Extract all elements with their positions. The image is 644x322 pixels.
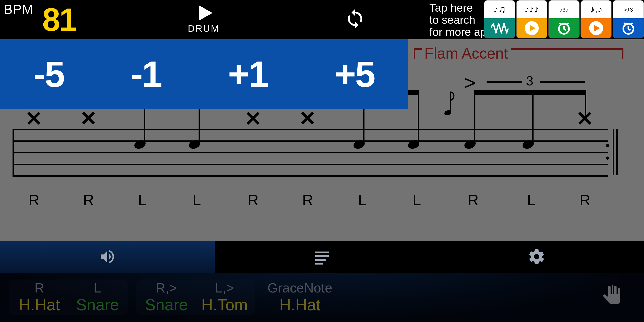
play-icon [188, 3, 220, 25]
app-icon-3[interactable]: ♪3♪ [548, 0, 580, 38]
chip-hand: L,> [197, 280, 252, 296]
x-notehead-icon: ✕ [80, 107, 97, 130]
chip-hand: R,> [139, 280, 194, 296]
music-notes-icon: ♪♪♪ [516, 0, 547, 18]
app-icon-5[interactable]: >♪3 [613, 0, 644, 38]
waveform-icon [484, 18, 515, 38]
sticking: R [20, 192, 48, 209]
tab-list[interactable] [215, 240, 429, 273]
chip-instrument: H.Tom [197, 296, 252, 314]
chip-hand: L [70, 280, 125, 296]
music-notes-icon: >♪3 [613, 0, 644, 18]
bpm-adjust-panel: -5 -1 +1 +5 [0, 39, 408, 109]
app-icon-1[interactable]: ♪♫ [484, 0, 515, 38]
tab-bar [0, 240, 644, 273]
list-icon [313, 248, 331, 266]
speaker-icon [98, 248, 116, 266]
tuplet-number: 3 [526, 73, 533, 88]
sticking: L [183, 192, 210, 209]
bpm-plus-1-button[interactable]: +1 [228, 53, 268, 95]
sticking: R [572, 192, 598, 209]
chip-r-hhat[interactable]: R H.Hat [12, 280, 67, 314]
x-notehead-icon: ✕ [299, 107, 316, 130]
loop-button[interactable] [344, 8, 366, 31]
grace-note [444, 110, 451, 116]
x-notehead-icon: ✕ [25, 107, 43, 130]
tab-sound[interactable] [0, 240, 215, 273]
sticking: L [518, 192, 545, 209]
gear-icon [528, 248, 546, 266]
accent-mark: > [464, 72, 476, 94]
bpm-value[interactable]: 81 [42, 1, 76, 38]
chip-instrument: H.Hat [268, 296, 332, 314]
x-notehead-icon: ✕ [244, 107, 262, 130]
sticking: R [294, 192, 321, 209]
play-label: DRUM [188, 23, 220, 34]
chip-r-accent-snare[interactable]: R,> Snare [139, 280, 194, 314]
tab-settings[interactable] [429, 240, 644, 273]
chip-hand: R [12, 280, 67, 296]
hand-button[interactable] [598, 282, 626, 312]
sticking: L [404, 192, 430, 209]
clock-icon [613, 18, 644, 38]
chip-gracenote[interactable]: GraceNote H.Hat [268, 280, 332, 314]
rudiment-title-text: Flam Accent [424, 45, 508, 62]
bpm-label: BPM [4, 2, 33, 17]
bpm-plus-5-button[interactable]: +5 [334, 53, 374, 95]
chip-instrument: H.Hat [12, 296, 67, 314]
chip-l-accent-htom[interactable]: L,> H.Tom [197, 280, 252, 314]
sticking: L [349, 192, 376, 209]
sticking: L [129, 192, 156, 209]
sticking: R [460, 192, 486, 209]
app-icon-4[interactable]: ♪.♪ [580, 0, 612, 38]
play-circle-icon [581, 18, 611, 38]
play-button[interactable]: DRUM [188, 3, 220, 34]
app-icon-2[interactable]: ♪♪♪ [516, 0, 548, 38]
clock-icon [549, 18, 579, 38]
bottom-panel: R H.Hat L Snare R,> Snare L,> H.Tom Grac… [0, 273, 644, 322]
sticking: R [240, 192, 266, 209]
app-icon-row: ♪♫ ♪♪♪ ♪3♪ ♪.♪ >♪3 [483, 0, 644, 38]
music-notes-icon: ♪3♪ [549, 0, 579, 18]
play-circle-icon [516, 18, 547, 38]
chip-l-snare[interactable]: L Snare [70, 280, 125, 314]
bpm-minus-1-button[interactable]: -1 [130, 53, 162, 95]
top-bar: BPM 81 DRUM Tap here to search for more … [0, 0, 644, 39]
chip-group-2: R,> Snare L,> H.Tom [136, 280, 255, 315]
bpm-minus-5-button[interactable]: -5 [33, 53, 64, 95]
hand-icon [598, 282, 626, 311]
music-notes-icon: ♪.♪ [581, 0, 611, 18]
chip-group-1: R H.Hat L Snare [9, 280, 128, 315]
chip-instrument: Snare [139, 296, 194, 314]
rudiment-title: Flam Accent [414, 45, 624, 62]
music-notes-icon: ♪♫ [484, 0, 515, 18]
chip-instrument: Snare [70, 296, 125, 314]
chip-label: GraceNote [268, 280, 332, 296]
sticking: R [75, 192, 102, 209]
